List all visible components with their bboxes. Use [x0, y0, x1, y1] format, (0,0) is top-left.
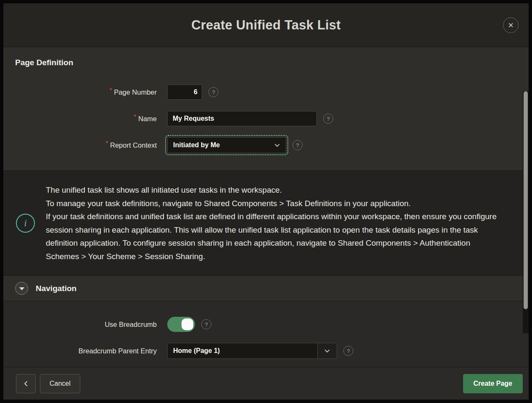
- info-icon: i: [16, 214, 35, 233]
- close-button[interactable]: ✕: [503, 17, 519, 33]
- name-help-icon[interactable]: ?: [323, 114, 333, 124]
- info-message-block: i The unified task list shows all initia…: [3, 170, 529, 276]
- chevron-left-icon: [23, 380, 29, 387]
- scrollbar-thumb[interactable]: [524, 91, 528, 309]
- required-marker: *: [110, 87, 112, 93]
- dialog-header: Create Unified Task List ✕: [3, 3, 529, 47]
- breadcrumb-parent-help-icon[interactable]: ?: [343, 346, 353, 356]
- navigation-section-title: Navigation: [36, 284, 76, 293]
- required-marker: *: [134, 113, 136, 120]
- create-unified-task-list-dialog: Create Unified Task List ✕ Page Definiti…: [3, 3, 529, 400]
- chevron-down-icon: [274, 142, 280, 148]
- close-icon: ✕: [508, 21, 514, 29]
- field-row-breadcrumb-parent: Breadcrumb Parent Entry Home (Page 1) ?: [15, 343, 517, 359]
- report-context-help-icon[interactable]: ?: [292, 140, 303, 150]
- page-definition-form: *Page Number ? *Name ?: [15, 84, 517, 153]
- toggle-knob: [182, 318, 193, 330]
- dialog-body: Page Definition *Page Number ? *Name: [3, 47, 529, 367]
- info-paragraph: If your task definitions and unified tas…: [46, 210, 503, 263]
- triangle-down-icon: [19, 287, 24, 290]
- required-marker: *: [106, 140, 108, 146]
- page-number-input[interactable]: [167, 85, 202, 100]
- name-label: Name: [138, 115, 157, 122]
- breadcrumb-parent-label: Breadcrumb Parent Entry: [79, 347, 157, 355]
- page-definition-section: Page Definition *Page Number ? *Name: [3, 47, 529, 170]
- dialog-title: Create Unified Task List: [191, 18, 341, 33]
- navigation-section-header[interactable]: Navigation: [3, 276, 529, 301]
- cancel-button[interactable]: Cancel: [40, 374, 80, 393]
- navigation-form: Use Breadcrumb ? Breadcrumb Parent Entry…: [3, 301, 529, 367]
- create-page-button[interactable]: Create Page: [463, 374, 523, 393]
- breadcrumb-parent-dropdown-button[interactable]: [317, 343, 337, 358]
- scrollbar-track[interactable]: [523, 91, 529, 333]
- info-message-text: The unified task list shows all initiate…: [46, 183, 503, 263]
- breadcrumb-parent-select[interactable]: Home (Page 1): [167, 343, 337, 359]
- report-context-label: Report Context: [110, 141, 157, 149]
- report-context-select[interactable]: Initiated by Me: [167, 137, 286, 153]
- use-breadcrumb-label: Use Breadcrumb: [105, 321, 157, 328]
- page-number-label: Page Number: [114, 88, 157, 96]
- field-row-name: *Name ?: [15, 111, 517, 127]
- info-paragraph: To manage your task definitions, navigat…: [46, 197, 503, 210]
- field-row-use-breadcrumb: Use Breadcrumb ?: [15, 316, 517, 332]
- field-row-report-context: *Report Context Initiated by Me ?: [15, 137, 517, 153]
- field-row-page-number: *Page Number ?: [15, 84, 517, 100]
- use-breadcrumb-help-icon[interactable]: ?: [201, 319, 211, 329]
- breadcrumb-parent-value: Home (Page 1): [168, 343, 317, 358]
- use-breadcrumb-toggle[interactable]: [167, 317, 195, 332]
- dialog-footer: Cancel Create Page: [3, 367, 529, 400]
- page-definition-title: Page Definition: [15, 58, 517, 67]
- collapse-toggle-button[interactable]: [15, 282, 28, 295]
- info-paragraph: The unified task list shows all initiate…: [46, 183, 503, 197]
- back-button[interactable]: [16, 374, 36, 393]
- name-input[interactable]: [167, 111, 317, 126]
- page-number-help-icon[interactable]: ?: [208, 87, 219, 97]
- report-context-value: Initiated by Me: [173, 141, 274, 149]
- chevron-down-icon: [324, 348, 330, 354]
